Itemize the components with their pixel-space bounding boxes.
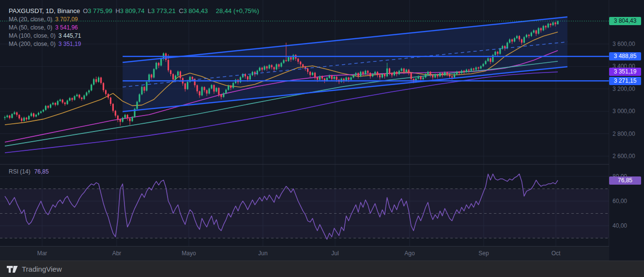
time-axis[interactable]: MarAbrMayoJunJulAgoSepOct	[0, 246, 644, 261]
candle-body	[312, 73, 313, 75]
month-label: Oct	[552, 250, 561, 257]
candle-body	[322, 76, 323, 79]
candle-body	[538, 28, 539, 33]
candle-body	[74, 96, 75, 100]
candle-body	[213, 85, 215, 91]
candle-body	[478, 67, 479, 68]
candle-body	[434, 74, 436, 77]
candle-body	[466, 70, 467, 72]
candle-body	[98, 77, 99, 82]
ohlc-key: C	[179, 7, 183, 15]
candle-body	[506, 43, 508, 48]
candle-body	[31, 114, 32, 116]
candle-body	[187, 82, 188, 89]
candle-body	[132, 117, 133, 121]
ohlc-row: PAXGUSDT, 1D, Binance O3 775,99 H3 809,7…	[9, 7, 259, 15]
ma-legend-row[interactable]: MA (100, close, 0)3 445,71	[9, 31, 259, 40]
candle-body	[112, 104, 114, 111]
price-axis[interactable]: 3 600,003 400,003 200,003 000,002 800,00…	[609, 0, 644, 261]
candle-body	[550, 24, 551, 25]
candle-body	[403, 69, 405, 72]
candle-body	[225, 90, 227, 93]
price-tick-label: 2 600,00	[613, 153, 635, 160]
candle-body	[155, 63, 157, 69]
candle-body	[232, 83, 234, 88]
candle-body	[261, 68, 263, 70]
ma-legend-row[interactable]: MA (50, close, 0)3 541,96	[9, 23, 259, 31]
candle-body	[449, 74, 450, 76]
candle-body	[552, 22, 553, 25]
candle-body	[471, 69, 472, 71]
candle-body	[526, 35, 527, 37]
ma-legend-value: 3 541,96	[55, 24, 78, 31]
month-label: Jul	[331, 250, 338, 257]
tradingview-logo-icon[interactable]	[7, 266, 18, 273]
candle-body	[374, 72, 376, 74]
candle-body	[78, 95, 80, 98]
candle-body	[314, 73, 316, 77]
rsi-label[interactable]: RSI (14)	[9, 168, 31, 175]
candle-body	[117, 116, 119, 119]
candle-body	[211, 85, 212, 88]
symbol-title[interactable]: PAXGUSDT, 1D, Binance	[9, 7, 80, 15]
candle-body	[266, 66, 268, 68]
candle-body	[138, 94, 140, 102]
candle-body	[146, 82, 147, 90]
candle-body	[100, 77, 102, 83]
candle-body	[432, 75, 433, 77]
candle-body	[456, 72, 458, 74]
candle-body	[52, 103, 54, 104]
candle-body	[360, 72, 361, 76]
candle-body	[9, 116, 10, 118]
candle-body	[127, 115, 128, 118]
candle-body	[437, 74, 438, 76]
candle-body	[446, 72, 448, 74]
candle-body	[62, 100, 63, 102]
candle-body	[257, 71, 258, 74]
candle-body	[273, 67, 275, 69]
candle-body	[115, 111, 116, 116]
candle-body	[33, 114, 34, 117]
candle-body	[497, 52, 498, 54]
price-badge: 3 271,15	[609, 77, 641, 85]
candle-body	[151, 74, 152, 77]
candle-body	[18, 115, 20, 118]
candle-body	[6, 116, 8, 117]
candle-body	[158, 63, 159, 66]
candle-body	[319, 76, 321, 80]
candle-body	[369, 73, 371, 76]
candle-body	[521, 39, 522, 43]
candle-body	[372, 74, 373, 76]
price-badge: 3 351,19	[609, 68, 641, 76]
candle-body	[66, 101, 68, 104]
rsi-tick-label: 40,00	[613, 222, 627, 229]
candle-body	[81, 98, 82, 99]
candle-body	[269, 65, 270, 69]
candle-body	[502, 46, 503, 49]
candle-body	[382, 74, 383, 77]
candle-body	[365, 71, 366, 74]
candle-body	[317, 77, 318, 80]
candle-body	[350, 77, 352, 80]
candle-body	[451, 76, 453, 77]
ma-legend-row[interactable]: MA (20, close, 0)3 707,09	[9, 15, 259, 23]
candle-body	[64, 102, 66, 104]
candle-body	[247, 76, 248, 79]
candle-body	[422, 77, 424, 79]
candle-body	[425, 74, 426, 77]
tradingview-chart-widget: PAXGUSDT, 1D, Binance O3 775,99 H3 809,7…	[0, 0, 644, 277]
candle-body	[557, 21, 558, 25]
candle-body	[480, 66, 481, 69]
candle-body	[302, 64, 304, 67]
candle-body	[533, 30, 535, 32]
month-label: Mayo	[182, 250, 196, 257]
candle-body	[531, 32, 532, 36]
candle-body	[307, 69, 308, 72]
candle-body	[336, 77, 337, 80]
candle-body	[362, 72, 364, 74]
candle-body	[264, 66, 265, 70]
tradingview-brand-link[interactable]: TradingView	[22, 265, 62, 273]
candle-body	[184, 84, 186, 89]
ma-legend-row[interactable]: MA (200, close, 0)3 351,19	[9, 40, 259, 48]
candle-body	[536, 30, 537, 34]
